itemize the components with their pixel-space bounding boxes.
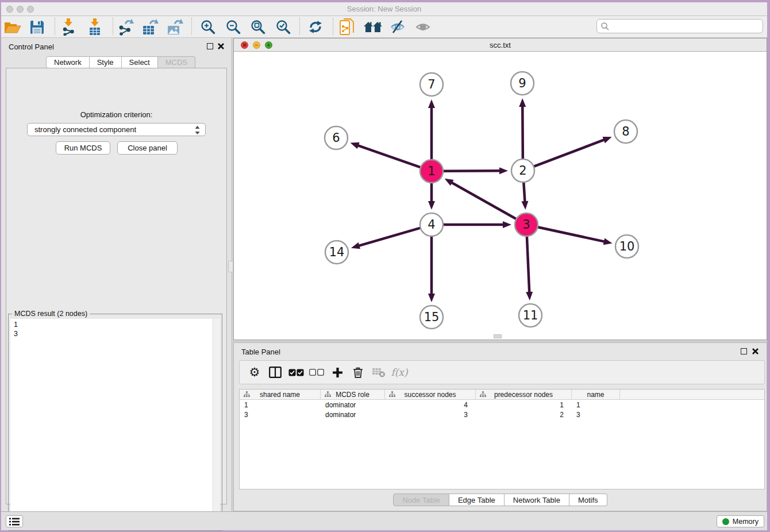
search-input[interactable] bbox=[610, 21, 763, 32]
tab-select[interactable]: Select bbox=[122, 56, 158, 68]
table-panel: Table Panel ⚙ bbox=[233, 342, 767, 511]
table-settings-button[interactable]: ⚙ bbox=[244, 362, 265, 383]
network-window: ✕ − + scc.txt 7968124314101511 bbox=[233, 38, 767, 340]
save-session-button[interactable] bbox=[25, 17, 48, 37]
export-network-button[interactable] bbox=[114, 17, 137, 37]
column-header-shared-name[interactable]: shared name bbox=[240, 390, 321, 400]
toolbar-separator bbox=[55, 18, 55, 35]
close-table-panel-icon[interactable] bbox=[752, 348, 759, 355]
edge-4-14[interactable] bbox=[357, 228, 421, 246]
open-session-button[interactable] bbox=[1, 17, 24, 37]
toolbar-separator bbox=[333, 18, 333, 35]
tab-network[interactable]: Network bbox=[46, 56, 90, 68]
import-network-button[interactable] bbox=[57, 17, 80, 37]
table-cell[interactable]: 2 bbox=[476, 410, 572, 419]
edge-arrow-2-9 bbox=[519, 98, 526, 107]
zoom-in-button[interactable] bbox=[197, 17, 220, 37]
edge-2-8[interactable] bbox=[534, 139, 606, 167]
tab-motifs[interactable]: Motifs bbox=[569, 494, 607, 506]
refresh-button[interactable] bbox=[304, 17, 327, 37]
node-label-10: 10 bbox=[619, 240, 635, 253]
control-panel-header: Control Panel bbox=[1, 38, 231, 55]
edge-arrow-4-15 bbox=[428, 294, 435, 302]
table-row[interactable]: 1dominator411 bbox=[240, 400, 764, 410]
import-table-button[interactable] bbox=[83, 17, 106, 37]
edge-1-2[interactable] bbox=[443, 171, 502, 171]
table-panel-title: Table Panel bbox=[241, 348, 280, 356]
float-table-panel-icon[interactable] bbox=[741, 348, 747, 354]
splitter-grip[interactable] bbox=[228, 261, 233, 272]
column-header-successor-nodes[interactable]: successor nodes bbox=[385, 390, 476, 400]
toolbar-separator bbox=[113, 18, 113, 35]
close-panel-button[interactable]: Close panel bbox=[117, 141, 178, 155]
mcds-result-text[interactable]: 13 bbox=[10, 319, 213, 529]
edge-2-9[interactable] bbox=[522, 105, 523, 159]
delete-table-button[interactable] bbox=[368, 362, 389, 383]
memory-label: Memory bbox=[733, 518, 759, 526]
tab-edge-table[interactable]: Edge Table bbox=[449, 494, 505, 506]
float-panel-icon[interactable] bbox=[207, 43, 213, 49]
result-scrollbar[interactable] bbox=[213, 319, 220, 529]
tab-node-table[interactable]: Node Table bbox=[393, 494, 449, 506]
node-label-6: 6 bbox=[332, 131, 340, 145]
node-label-11: 11 bbox=[523, 309, 538, 322]
desktop-frame: Session: New Session bbox=[0, 0, 770, 532]
table-cell[interactable]: 3 bbox=[240, 410, 321, 419]
table-cell[interactable]: dominator bbox=[321, 410, 385, 419]
toolbar-separator bbox=[191, 18, 192, 35]
table-cell[interactable]: 1 bbox=[240, 400, 321, 410]
table-cell[interactable]: 1 bbox=[476, 400, 572, 410]
table-cell[interactable]: dominator bbox=[321, 400, 385, 410]
tab-network-table[interactable]: Network Table bbox=[505, 494, 569, 506]
edge-3-1[interactable] bbox=[450, 182, 516, 219]
criterion-select[interactable]: strongly connected component bbox=[27, 123, 206, 136]
unselect-all-columns-button[interactable] bbox=[306, 362, 327, 383]
tab-style[interactable]: Style bbox=[90, 56, 122, 68]
edge-arrow-1-7 bbox=[428, 99, 435, 108]
edge-arrow-3-11 bbox=[526, 292, 533, 300]
app-title: Session: New Session bbox=[1, 5, 767, 13]
memory-button[interactable]: Memory bbox=[717, 515, 764, 527]
create-column-button[interactable] bbox=[327, 362, 348, 383]
table-cell[interactable]: 4 bbox=[385, 400, 476, 410]
hide-panel-button[interactable] bbox=[386, 17, 409, 37]
column-header-predecessor-nodes[interactable]: predecessor nodes bbox=[476, 390, 572, 400]
column-label: name bbox=[587, 391, 604, 399]
column-header-MCDS-role[interactable]: MCDS role bbox=[321, 390, 385, 400]
zoom-selected-button[interactable] bbox=[272, 17, 295, 37]
table-row[interactable]: 3dominator323 bbox=[240, 410, 764, 419]
select-all-columns-button[interactable] bbox=[286, 362, 306, 383]
zoom-fit-button[interactable] bbox=[247, 17, 270, 37]
edge-1-6[interactable] bbox=[356, 145, 421, 167]
search-icon bbox=[600, 22, 610, 31]
close-panel-icon[interactable] bbox=[217, 43, 225, 50]
horizontal-splitter-grip[interactable] bbox=[494, 334, 502, 338]
edge-3-10[interactable] bbox=[538, 227, 606, 242]
export-table-button[interactable] bbox=[139, 17, 162, 37]
table-cell[interactable]: 3 bbox=[572, 410, 620, 419]
task-history-button[interactable] bbox=[6, 515, 23, 527]
network-from-file-button[interactable] bbox=[336, 17, 359, 37]
node-table: shared nameMCDS rolesuccessor nodesprede… bbox=[239, 389, 765, 489]
columns-icon bbox=[269, 367, 282, 378]
network-canvas[interactable]: 7968124314101511 bbox=[234, 52, 767, 340]
table-cell[interactable]: 3 bbox=[385, 410, 476, 419]
function-builder-button[interactable]: f(x) bbox=[389, 362, 410, 383]
home-button[interactable] bbox=[361, 17, 384, 37]
zoom-out-button[interactable] bbox=[222, 17, 245, 37]
tab-mcds[interactable]: MCDS bbox=[158, 56, 195, 68]
edge-2-3[interactable] bbox=[523, 182, 525, 203]
plus-icon bbox=[332, 367, 343, 378]
node-label-1: 1 bbox=[428, 164, 435, 178]
import-network-icon bbox=[61, 18, 76, 36]
delete-column-button[interactable] bbox=[348, 362, 368, 383]
show-columns-button[interactable] bbox=[265, 362, 286, 383]
show-panel-button[interactable] bbox=[411, 17, 434, 37]
column-header-name[interactable]: name bbox=[572, 390, 620, 400]
fx-icon: f(x) bbox=[391, 367, 407, 378]
export-image-button[interactable] bbox=[164, 17, 187, 37]
edge-arrow-1-4 bbox=[428, 201, 435, 210]
table-cell[interactable]: 1 bbox=[572, 400, 620, 410]
edge-3-11[interactable] bbox=[527, 236, 529, 294]
run-mcds-button[interactable]: Run MCDS bbox=[56, 141, 110, 155]
